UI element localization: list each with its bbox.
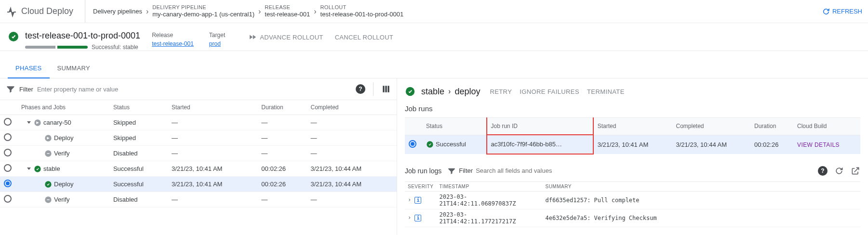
refresh-icon[interactable] <box>834 166 844 176</box>
jobruns-heading: Job runs <box>405 104 860 113</box>
svg-rect-8 <box>47 199 49 200</box>
target-link[interactable]: prod <box>209 40 225 47</box>
disabled-icon <box>44 150 52 157</box>
jobrun-radio[interactable] <box>409 140 416 148</box>
product-name: Cloud Deploy <box>21 6 73 16</box>
expand-icon[interactable]: › <box>408 214 411 221</box>
jobrun-id: ac3f10fc-7f9f-46bb-b85… <box>487 135 593 154</box>
success-icon <box>34 165 41 173</box>
log-row[interactable]: › i2023-03-21T14:42:11.177217217Z4e632e5… <box>405 209 860 227</box>
open-external-icon[interactable] <box>851 166 860 176</box>
info-severity-icon: i <box>414 215 421 221</box>
success-icon <box>426 141 434 148</box>
fast-forward-icon <box>248 33 257 41</box>
rollout-titlebar: test-release-001-to-prod-0001 Successful… <box>0 23 868 51</box>
logs-heading: Job run logs <box>405 167 441 175</box>
tab-summary[interactable]: SUMMARY <box>50 59 98 78</box>
retry-button[interactable]: RETRY <box>490 88 512 95</box>
job-row[interactable]: VerifyDisabled——— <box>0 146 397 161</box>
row-radio[interactable] <box>4 149 12 156</box>
phases-panel: Filter ? Phases and Jobs Status Started … <box>0 78 397 235</box>
job-detail-panel: stable › deploy RETRY IGNORE FAILURES TE… <box>397 78 868 235</box>
filter-label: Filter <box>19 86 33 93</box>
columns-icon[interactable] <box>381 84 391 94</box>
rollout-tabs: PHASES SUMMARY <box>8 59 106 78</box>
rollout-progress: Successful: stable <box>25 44 140 51</box>
skipped-icon <box>34 119 41 127</box>
terminate-button[interactable]: TERMINATE <box>587 88 625 95</box>
skipped-icon <box>44 134 52 142</box>
breadcrumb: Delivery pipelines › DELIVERY PIPELINE m… <box>85 0 403 23</box>
row-radio[interactable] <box>4 195 12 203</box>
product-logo: Cloud Deploy <box>6 6 73 17</box>
chevron-right-icon: › <box>448 87 451 96</box>
breadcrumb-root[interactable]: Delivery pipelines <box>93 8 142 15</box>
log-row[interactable]: › i2023-03-21T14:42:11.068970837Zdf6635e… <box>405 191 860 209</box>
chevron-right-icon: › <box>314 7 316 16</box>
caret-down-icon[interactable] <box>27 168 31 170</box>
breadcrumb-rollout: ROLLOUT test-release-001-to-prod-0001 <box>320 4 404 19</box>
help-icon[interactable]: ? <box>818 166 828 176</box>
info-severity-icon: i <box>414 197 421 204</box>
expand-icon[interactable]: › <box>408 196 411 203</box>
filter-icon <box>447 167 456 175</box>
jobrun-row[interactable]: Successful ac3f10fc-7f9f-46bb-b85… 3/21/… <box>405 135 860 154</box>
row-radio[interactable] <box>4 180 12 187</box>
breadcrumb-pipeline[interactable]: DELIVERY PIPELINE my-canary-demo-app-1 (… <box>152 4 254 19</box>
chevron-right-icon: › <box>258 7 261 16</box>
disabled-icon <box>44 196 52 204</box>
phase-row[interactable]: stableSuccessful3/21/23, 10:41 AM00:02:2… <box>0 161 397 177</box>
refresh-icon <box>822 7 830 16</box>
logs-table: SEVERITY TIMESTAMP SUMMARY › i2023-03-21… <box>405 181 860 227</box>
row-radio[interactable] <box>4 133 12 141</box>
rollout-title: test-release-001-to-prod-0001 <box>25 31 140 41</box>
panel-title: stable › deploy <box>421 87 480 97</box>
view-details-link[interactable]: VIEW DETAILS <box>797 142 840 148</box>
cancel-rollout-button[interactable]: CANCEL ROLLOUT <box>335 34 393 41</box>
target-meta: Target prod <box>209 32 225 47</box>
job-row[interactable]: VerifyDisabled——— <box>0 192 397 207</box>
breadcrumb-release[interactable]: RELEASE test-release-001 <box>265 4 310 19</box>
advance-rollout-button[interactable]: ADVANCE ROLLOUT <box>248 33 323 41</box>
job-row[interactable]: DeploySkipped——— <box>0 130 397 146</box>
phase-row[interactable]: canary-50Skipped——— <box>0 115 397 130</box>
row-radio[interactable] <box>4 164 12 172</box>
filter-icon <box>6 84 15 94</box>
top-header: Cloud Deploy Delivery pipelines › DELIVE… <box>0 0 868 23</box>
refresh-button[interactable]: REFRESH <box>822 7 862 16</box>
row-radio[interactable] <box>4 118 12 126</box>
tab-phases[interactable]: PHASES <box>8 59 50 78</box>
caret-down-icon[interactable] <box>27 121 31 124</box>
phases-table: Phases and Jobs Status Started Duration … <box>0 100 397 207</box>
filter-input[interactable] <box>37 86 352 93</box>
chevron-right-icon: › <box>146 7 148 16</box>
logs-filter-input[interactable] <box>476 167 812 174</box>
success-icon <box>8 31 19 42</box>
jobruns-table: Status Job run ID Started Completed Dura… <box>405 117 860 155</box>
ignore-failures-button[interactable]: IGNORE FAILURES <box>520 88 579 95</box>
success-icon <box>405 86 415 97</box>
svg-rect-4 <box>47 153 49 154</box>
release-meta: Release test-release-001 <box>152 32 194 47</box>
help-icon[interactable]: ? <box>356 84 365 94</box>
job-row[interactable]: DeploySuccessful3/21/23, 10:41 AM00:02:2… <box>0 177 397 192</box>
success-icon <box>44 181 52 188</box>
release-link[interactable]: test-release-001 <box>152 40 194 47</box>
cloud-deploy-icon <box>6 6 17 17</box>
